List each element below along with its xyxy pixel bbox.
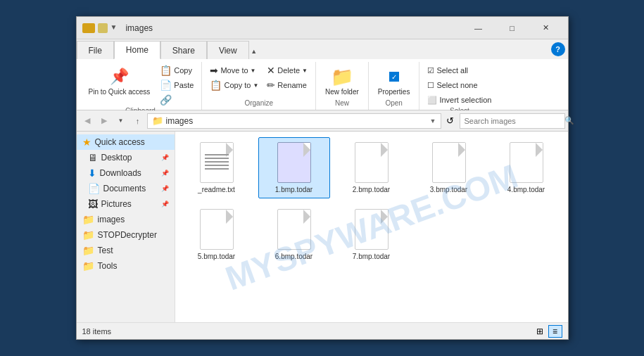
- sidebar-item-test[interactable]: 📁 Test: [77, 243, 175, 258]
- pictures-pin-icon: 📌: [161, 201, 169, 208]
- search-icon: 🔍: [564, 116, 574, 125]
- downloads-icon: ⬇: [88, 167, 96, 179]
- properties-label: Properties: [378, 88, 410, 96]
- file-item-1bmp[interactable]: 1.bmp.todar: [258, 137, 330, 198]
- search-box[interactable]: 🔍: [460, 113, 565, 129]
- copy-icon: 📋: [160, 65, 172, 76]
- sidebar-item-stopdecrypter[interactable]: 📁 STOPDecrypter: [77, 227, 175, 243]
- folder-icon-title2: [98, 23, 108, 33]
- file-icon-1bmp: [277, 142, 311, 183]
- tab-file[interactable]: File: [77, 41, 114, 59]
- sidebar-item-documents[interactable]: 📄 Documents 📌: [77, 181, 175, 196]
- sidebar-item-images[interactable]: 📁 images: [77, 212, 175, 227]
- title-bar-icons: ▼: [82, 23, 120, 33]
- address-bar: ◀ ▶ ▼ ↑ 📁 images ▼ ↺ 🔍: [77, 110, 568, 132]
- tab-view[interactable]: View: [207, 41, 249, 59]
- item-count: 18 items: [82, 327, 112, 336]
- address-path[interactable]: 📁 images ▼: [147, 113, 441, 129]
- refresh-button[interactable]: ↺: [443, 113, 458, 129]
- ribbon-expand-icon[interactable]: ▲: [249, 46, 259, 56]
- new-items: 📁 New folder: [320, 63, 364, 99]
- copy-to-button[interactable]: 📋 Copy to ▼: [206, 78, 262, 92]
- file-grid: _readme.txt 1.bmp.todar 2.bmp.todar 3.bm…: [181, 137, 562, 265]
- search-input[interactable]: [465, 117, 562, 125]
- copy-to-icon: 📋: [210, 80, 222, 91]
- sidebar-item-quick-access[interactable]: ★ Quick access: [77, 134, 175, 150]
- desktop-pin-icon: 📌: [161, 154, 169, 161]
- paste-button[interactable]: 📄 Paste: [156, 78, 197, 92]
- ribbon-group-open: ✓ Properties Open: [369, 62, 420, 110]
- file-item-3bmp[interactable]: 3.bmp.todar: [413, 137, 485, 198]
- rename-button[interactable]: ✏ Rename: [263, 78, 311, 92]
- test-folder-icon: 📁: [82, 245, 94, 256]
- documents-pin-icon: 📌: [161, 185, 169, 192]
- file-area: MYSPYWARE.COM _readme.txt 1.bmp.todar 2.…: [175, 132, 568, 322]
- address-text: images: [166, 116, 194, 126]
- properties-icon: ✓: [383, 65, 405, 88]
- minimize-button[interactable]: —: [462, 18, 495, 39]
- up-button[interactable]: ↑: [130, 113, 146, 129]
- paste-shortcut-button[interactable]: 🔗: [156, 93, 197, 107]
- recent-button[interactable]: ▼: [113, 113, 129, 129]
- pin-icon: 📌: [108, 65, 130, 88]
- file-item-5bmp[interactable]: 5.bmp.todar: [181, 204, 253, 265]
- copy-button[interactable]: 📋 Copy: [156, 63, 197, 77]
- file-item-7bmp[interactable]: 7.bmp.todar: [336, 204, 408, 265]
- documents-icon: 📄: [88, 183, 100, 194]
- new-folder-icon: 📁: [331, 65, 353, 88]
- forward-button[interactable]: ▶: [96, 113, 112, 129]
- quick-access-icon: ★: [82, 136, 91, 148]
- help-button[interactable]: ?: [551, 42, 565, 56]
- invert-icon: ⬜: [427, 96, 437, 105]
- sidebar-item-pictures[interactable]: 🖼 Pictures 📌: [77, 196, 175, 212]
- file-item-2bmp[interactable]: 2.bmp.todar: [336, 137, 408, 198]
- tab-home[interactable]: Home: [114, 41, 160, 59]
- file-name-4bmp: 4.bmp.todar: [507, 186, 545, 193]
- file-item-6bmp[interactable]: 6.bmp.todar: [258, 204, 330, 265]
- file-name-6bmp: 6.bmp.todar: [275, 253, 312, 260]
- sidebar: ★ Quick access 🖥 Desktop 📌 ⬇ Downloads 📌…: [77, 132, 175, 322]
- file-icon-3bmp: [432, 142, 466, 183]
- delete-button[interactable]: ✕ Delete ▼: [263, 63, 311, 77]
- address-chevron: ▼: [430, 117, 436, 125]
- copy-to-dropdown-icon: ▼: [253, 82, 258, 89]
- pin-to-quick-access-button[interactable]: 📌 Pin to Quick access: [84, 63, 156, 98]
- sidebar-item-tools[interactable]: 📁 Tools: [77, 258, 175, 274]
- select-none-icon: ☐: [427, 81, 434, 90]
- new-folder-button[interactable]: 📁 New folder: [320, 63, 364, 98]
- details-view-button[interactable]: ≡: [548, 325, 562, 338]
- file-name-3bmp: 3.bmp.todar: [430, 186, 467, 193]
- delete-dropdown-icon: ▼: [302, 68, 308, 74]
- move-icon: ➡: [210, 65, 218, 76]
- copy-paste-col: 📋 Copy 📄 Paste 🔗: [156, 63, 197, 107]
- title-bar: ▼ images — □ ✕: [77, 17, 568, 39]
- close-button[interactable]: ✕: [530, 18, 562, 39]
- maximize-button[interactable]: □: [496, 18, 529, 39]
- sidebar-item-downloads[interactable]: ⬇ Downloads 📌: [77, 165, 175, 181]
- select-all-button[interactable]: ☑ Select all: [424, 63, 495, 77]
- status-bar: 18 items ⊞ ≡: [77, 322, 568, 339]
- properties-button[interactable]: ✓ Properties: [373, 63, 415, 98]
- thumbnail-view-button[interactable]: ⊞: [533, 325, 547, 338]
- back-button[interactable]: ◀: [80, 113, 95, 129]
- select-options: ☑ Select all ☐ Select none ⬜ Invert sele…: [424, 63, 495, 107]
- title-dropdown-arrow[interactable]: ▼: [111, 23, 118, 33]
- file-name-5bmp: 5.bmp.todar: [198, 253, 235, 260]
- select-items: ☑ Select all ☐ Select none ⬜ Invert sele…: [424, 63, 495, 107]
- move-to-button[interactable]: ➡ Move to ▼: [206, 63, 262, 77]
- delete-icon: ✕: [267, 65, 275, 76]
- file-icon-5bmp: [200, 209, 234, 250]
- tab-bar: File Home Share View ▲ ?: [77, 39, 568, 59]
- ribbon-group-clipboard: 📌 Pin to Quick access 📋 Copy 📄 Paste: [80, 62, 203, 110]
- file-icon-readme: [200, 142, 234, 183]
- view-controls: ⊞ ≡: [533, 325, 562, 338]
- file-item-readme[interactable]: _readme.txt: [181, 137, 253, 198]
- file-item-4bmp[interactable]: 4.bmp.todar: [491, 137, 562, 198]
- tab-share[interactable]: Share: [160, 41, 207, 59]
- open-items: ✓ Properties: [373, 63, 415, 99]
- sidebar-item-desktop[interactable]: 🖥 Desktop 📌: [77, 150, 175, 165]
- organize-col: ➡ Move to ▼ 📋 Copy to ▼: [206, 63, 262, 92]
- select-none-button[interactable]: ☐ Select none: [424, 78, 495, 92]
- ribbon-group-organize: ➡ Move to ▼ 📋 Copy to ▼ ✕ D: [202, 62, 316, 110]
- invert-selection-button[interactable]: ⬜ Invert selection: [424, 93, 495, 107]
